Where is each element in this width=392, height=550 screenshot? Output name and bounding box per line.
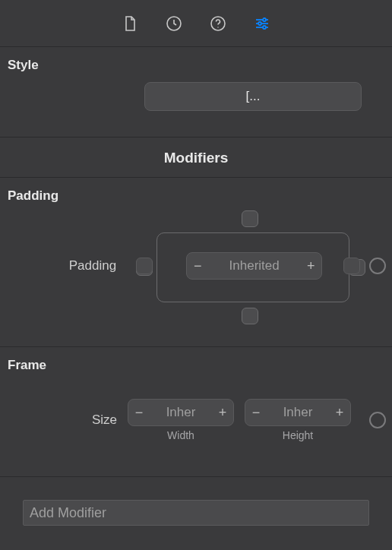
svg-point-4 — [263, 18, 266, 21]
padding-section-header: Padding — [0, 178, 392, 213]
width-col: − Inher + Width — [128, 399, 234, 441]
padding-row: Padding − Inherited + — [0, 252, 392, 280]
add-modifier-row — [0, 500, 392, 526]
attributes-inspector-icon[interactable] — [253, 14, 271, 33]
height-stepper-value[interactable]: Inher — [267, 400, 329, 425]
padding-section-body: Padding − Inherited + — [0, 213, 392, 342]
size-row: Size − Inher + Width − Inher + Height — [0, 399, 392, 441]
help-icon[interactable] — [209, 14, 227, 33]
frame-section-header: Frame — [0, 347, 392, 382]
height-stepper-minus[interactable]: − — [245, 400, 267, 425]
height-stepper[interactable]: − Inher + — [245, 399, 351, 426]
height-stepper-plus[interactable]: + — [329, 400, 350, 425]
modifiers-header: Modifiers — [0, 138, 392, 178]
size-steppers: − Inher + Width − Inher + Height — [128, 399, 360, 441]
width-sublabel: Width — [167, 429, 194, 441]
svg-point-6 — [258, 22, 261, 25]
padding-stepper-minus[interactable]: − — [187, 253, 208, 279]
add-modifier-input[interactable] — [23, 500, 369, 526]
padding-left-checkbox[interactable] — [136, 258, 153, 274]
width-stepper-minus[interactable]: − — [128, 400, 150, 425]
padding-default-radio[interactable] — [369, 258, 386, 274]
file-icon[interactable] — [121, 14, 139, 33]
history-icon[interactable] — [165, 14, 183, 33]
width-stepper-plus[interactable]: + — [212, 400, 233, 425]
style-section-header: Style — [0, 47, 392, 82]
width-stepper-value[interactable]: Inher — [150, 400, 212, 425]
padding-label: Padding — [0, 258, 127, 273]
divider — [0, 476, 392, 477]
inspector-tabbar — [0, 0, 392, 47]
size-label: Size — [0, 412, 128, 428]
frame-default-radio[interactable] — [369, 412, 386, 428]
padding-stepper-value[interactable]: Inherited — [208, 253, 300, 279]
padding-stepper[interactable]: − Inherited + — [186, 252, 322, 280]
frame-section-body: Size − Inher + Width − Inher + Height — [0, 382, 392, 472]
height-sublabel: Height — [283, 429, 313, 441]
width-stepper[interactable]: − Inher + — [128, 399, 234, 426]
svg-point-2 — [217, 27, 218, 27]
padding-handle-top[interactable] — [242, 210, 258, 227]
svg-point-8 — [263, 26, 266, 29]
padding-handle-bottom[interactable] — [242, 308, 258, 324]
padding-right-checkbox[interactable] — [343, 258, 360, 274]
style-dropdown-value: [... — [246, 89, 261, 104]
style-section-body: [... — [0, 82, 392, 132]
padding-stepper-plus[interactable]: + — [300, 253, 321, 279]
style-dropdown[interactable]: [... — [144, 82, 362, 111]
height-col: − Inher + Height — [245, 399, 351, 441]
